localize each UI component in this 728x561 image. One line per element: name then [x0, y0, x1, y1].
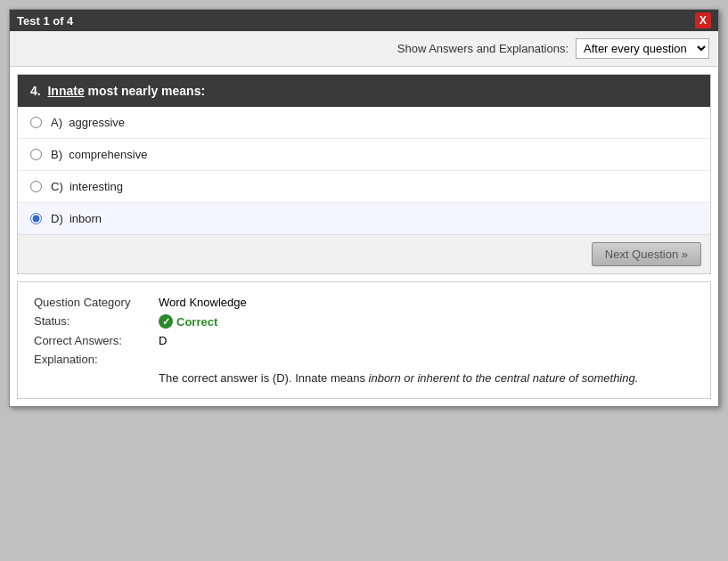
next-button-row: Next Question » — [18, 234, 710, 273]
toolbar: Show Answers and Explanations: After eve… — [10, 31, 718, 67]
status-label: Status: — [30, 312, 155, 331]
status-text: Correct — [176, 315, 217, 329]
correct-answers-label: Correct Answers: — [30, 331, 155, 350]
show-answers-label: Show Answers and Explanations: — [397, 42, 568, 55]
explanation-row: Explanation: — [30, 350, 698, 369]
option-radio-d[interactable] — [30, 213, 42, 224]
explanation-italic: inborn or inherent to the central nature… — [369, 371, 639, 385]
explanation-label: Explanation: — [30, 350, 155, 369]
status-correct: ✓ Correct — [159, 314, 694, 329]
category-label: Question Category — [30, 293, 155, 312]
title-bar: Test 1 of 4 X — [10, 10, 718, 31]
correct-answers-value: D — [155, 331, 698, 350]
option-row-a[interactable]: A) aggressive — [18, 107, 710, 139]
correct-icon: ✓ — [159, 314, 173, 329]
explanation-text-cell: The correct answer is (D). Innate means … — [155, 369, 698, 387]
main-window: Test 1 of 4 X Show Answers and Explanati… — [9, 9, 719, 407]
next-question-button[interactable]: Next Question » — [592, 242, 701, 266]
category-row: Question Category Word Knowledge — [30, 293, 698, 312]
window-title: Test 1 of 4 — [17, 14, 73, 28]
options-list: A) aggressive B) comprehensive C) intere… — [18, 107, 710, 234]
option-label-b: B) comprehensive — [51, 148, 147, 161]
option-radio-a[interactable] — [30, 117, 42, 128]
category-value: Word Knowledge — [155, 293, 698, 312]
explanation-spacer — [30, 369, 155, 387]
status-value: ✓ Correct — [155, 312, 698, 331]
question-header: 4. Innate most nearly means: — [18, 75, 710, 107]
option-row-d[interactable]: D) inborn — [18, 203, 710, 234]
question-keyword: Innate — [47, 84, 84, 98]
explanation-section: Question Category Word Knowledge Status:… — [17, 281, 711, 399]
explanation-table: Question Category Word Knowledge Status:… — [30, 293, 698, 387]
option-row-b[interactable]: B) comprehensive — [18, 139, 710, 171]
close-button[interactable]: X — [695, 12, 711, 28]
option-radio-b[interactable] — [30, 149, 42, 160]
correct-answers-row: Correct Answers: D — [30, 331, 698, 350]
question-number: 4. — [30, 84, 41, 98]
option-label-d: D) inborn — [51, 212, 102, 225]
explanation-text: The correct answer is (D). Innate means … — [159, 371, 638, 385]
option-row-c[interactable]: C) interesting — [18, 171, 710, 203]
explanation-prefix: The correct answer is (D). Innate means — [159, 371, 369, 385]
status-row: Status: ✓ Correct — [30, 312, 698, 331]
explanation-body — [155, 350, 698, 369]
option-radio-c[interactable] — [30, 181, 42, 192]
question-section: 4. Innate most nearly means: A) aggressi… — [17, 74, 711, 274]
option-label-c: C) interesting — [51, 180, 123, 193]
show-answers-dropdown[interactable]: After every questionAt the end of the te… — [576, 38, 709, 59]
question-rest: most nearly means: — [85, 84, 205, 98]
option-label-a: A) aggressive — [51, 116, 125, 129]
explanation-text-row: The correct answer is (D). Innate means … — [30, 369, 698, 387]
